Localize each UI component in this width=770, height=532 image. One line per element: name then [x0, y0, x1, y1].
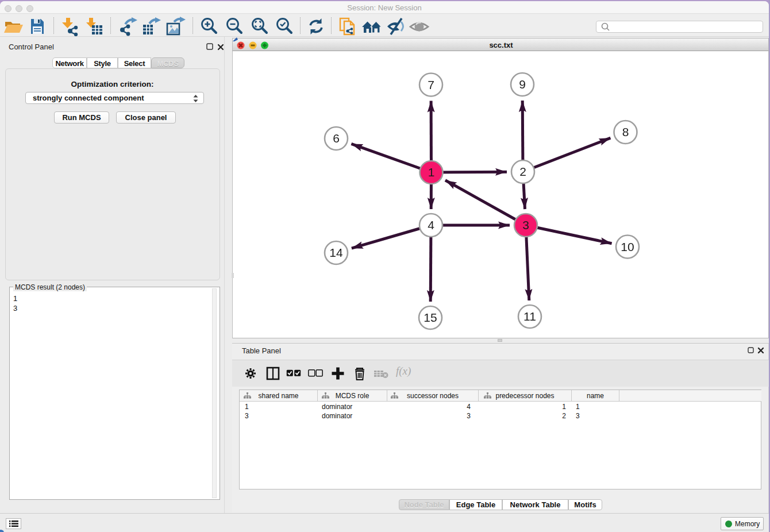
svg-text:10: 10	[621, 240, 634, 253]
svg-text:6: 6	[333, 132, 340, 145]
svg-text:7: 7	[428, 78, 434, 91]
svg-text:3: 3	[522, 218, 529, 232]
svg-text:1: 1	[428, 165, 435, 179]
svg-text:11: 11	[523, 310, 536, 323]
svg-text:8: 8	[622, 125, 629, 138]
svg-text:14: 14	[329, 246, 343, 259]
svg-text:15: 15	[424, 311, 437, 324]
svg-text:9: 9	[519, 78, 526, 91]
svg-text:2: 2	[519, 165, 526, 178]
svg-text:4: 4	[428, 218, 434, 232]
